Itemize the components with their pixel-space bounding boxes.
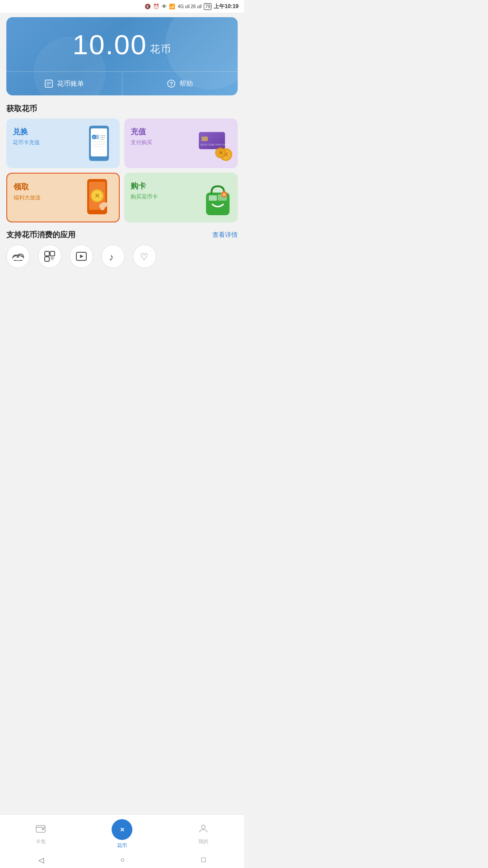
- svg-text:6XXX  0188  2540  XXXX: 6XXX 0188 2540 XXXX: [201, 143, 229, 146]
- hero-card: 10.00 花币 花币账单 ? 帮助: [6, 17, 238, 95]
- hero-actions: 花币账单 ? 帮助: [6, 71, 238, 95]
- apps-section-header: 支持花币消费的应用 查看详情: [0, 222, 244, 245]
- receive-card[interactable]: 领取 福利大放送 ✕: [6, 173, 120, 222]
- app-appstore[interactable]: 华: [38, 245, 61, 268]
- app-music[interactable]: ♪: [101, 245, 125, 268]
- svg-rect-43: [45, 251, 49, 256]
- svg-marker-48: [80, 255, 84, 258]
- status-bar: 🔇 ⏰ 👁 📶 4G ull 26 ull 79 上午10:19: [0, 0, 244, 13]
- more-app-icon: ♡: [133, 245, 156, 268]
- svg-text:♪: ♪: [109, 251, 114, 262]
- apps-section-title: 支持花币消费的应用: [6, 230, 75, 240]
- svg-text:✕: ✕: [219, 150, 223, 156]
- svg-text:?: ?: [170, 81, 173, 87]
- svg-text:✕: ✕: [93, 136, 95, 139]
- receive-illustration: ✕: [84, 177, 115, 218]
- app-more[interactable]: ♡: [133, 245, 156, 268]
- hero-amount-display: 10.00 花币: [6, 31, 238, 61]
- ledger-icon: [44, 79, 53, 88]
- battery-icon: 79: [204, 3, 211, 10]
- video-icon: [70, 245, 93, 268]
- time-display: 上午10:19: [214, 3, 239, 10]
- help-icon: ?: [167, 79, 176, 88]
- svg-rect-44: [50, 251, 55, 256]
- svg-text:✕: ✕: [94, 192, 100, 199]
- alarm-icon: ⏰: [153, 4, 160, 9]
- app-cloud[interactable]: [6, 245, 30, 268]
- view-all-link[interactable]: 查看详情: [212, 231, 238, 239]
- signal-icons: 4G ull 26 ull: [178, 4, 202, 9]
- amount-value: 10.00: [72, 31, 147, 59]
- svg-rect-45: [45, 257, 49, 261]
- section-title-acquire: 获取花币: [0, 95, 244, 118]
- recharge-illustration: 6XXX 0188 2540 XXXX ✕ ✕: [198, 131, 234, 165]
- svg-rect-42: [13, 258, 23, 260]
- buycard-illustration: ✕: [204, 183, 234, 219]
- apps-row: 华 ♪ ♡: [0, 245, 244, 273]
- svg-text:✕: ✕: [222, 193, 226, 197]
- svg-text:♡: ♡: [140, 252, 148, 262]
- ledger-button[interactable]: 花币账单: [6, 72, 122, 95]
- svg-rect-19: [202, 137, 208, 141]
- svg-text:华: 华: [50, 256, 54, 261]
- mute-icon: 🔇: [145, 4, 151, 9]
- exchange-illustration: ✕: [84, 124, 116, 165]
- music-icon: ♪: [101, 245, 125, 268]
- cloud-icon: [6, 245, 30, 268]
- svg-rect-0: [45, 80, 52, 87]
- help-label: 帮助: [179, 80, 193, 88]
- app-video[interactable]: [70, 245, 93, 268]
- recharge-card[interactable]: 充值 支付购买 6XXX 0188 2540 XXXX: [124, 118, 238, 168]
- appstore-icon: 华: [38, 245, 61, 268]
- ledger-label: 花币账单: [57, 80, 84, 88]
- exchange-card[interactable]: 兑换 花币卡充值 ✕: [6, 118, 120, 168]
- svg-rect-35: [209, 195, 217, 201]
- feature-cards-grid: 兑换 花币卡充值 ✕ 充值 支付购买: [0, 118, 244, 222]
- buycard-card[interactable]: 购卡 购买花币卡 ✕: [124, 173, 238, 222]
- wifi-icon: 📶: [169, 4, 175, 9]
- help-button[interactable]: ? 帮助: [122, 72, 238, 95]
- eye-icon: 👁: [162, 4, 167, 9]
- amount-unit: 花币: [150, 44, 172, 54]
